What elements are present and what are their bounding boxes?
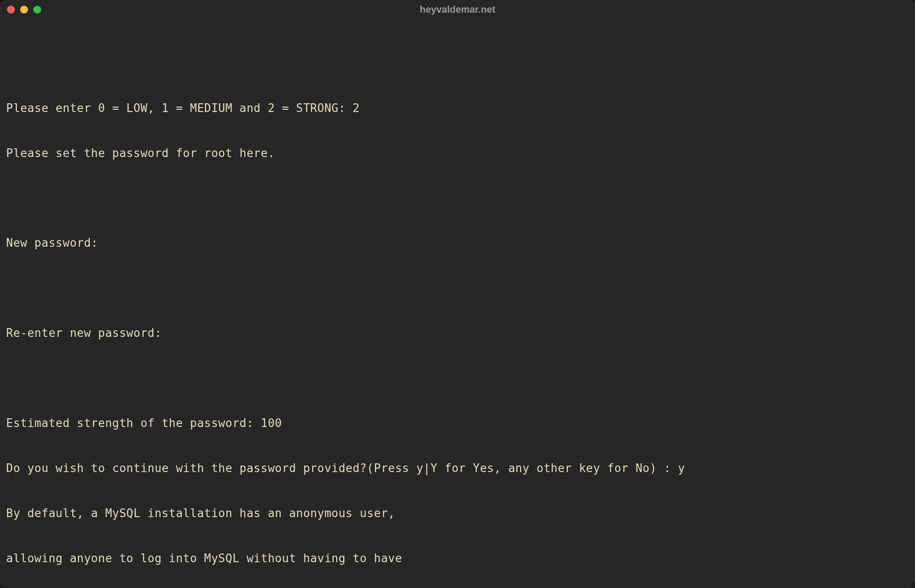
terminal-line: Re-enter new password: — [6, 326, 909, 340]
terminal-line — [6, 190, 909, 205]
terminal-line: By default, a MySQL installation has an … — [6, 506, 909, 521]
terminal-content[interactable]: Please enter 0 = LOW, 1 = MEDIUM and 2 =… — [0, 19, 915, 588]
terminal-line: Please enter 0 = LOW, 1 = MEDIUM and 2 =… — [6, 101, 909, 116]
minimize-button[interactable] — [20, 6, 28, 14]
title-bar: heyvaldemar.net — [0, 0, 915, 19]
terminal-line: Please set the password for root here. — [6, 146, 909, 161]
close-button[interactable] — [7, 6, 15, 14]
terminal-line — [6, 56, 909, 70]
terminal-line: allowing anyone to log into MySQL withou… — [6, 551, 909, 566]
terminal-line: Estimated strength of the password: 100 — [6, 416, 909, 430]
terminal-line — [6, 371, 909, 385]
terminal-line: Do you wish to continue with the passwor… — [6, 461, 909, 476]
maximize-button[interactable] — [33, 6, 41, 14]
terminal-line: New password: — [6, 235, 909, 250]
traffic-lights — [7, 6, 41, 14]
terminal-line — [6, 280, 909, 295]
window-title: heyvaldemar.net — [420, 4, 495, 15]
terminal-window: heyvaldemar.net Please enter 0 = LOW, 1 … — [0, 0, 915, 588]
